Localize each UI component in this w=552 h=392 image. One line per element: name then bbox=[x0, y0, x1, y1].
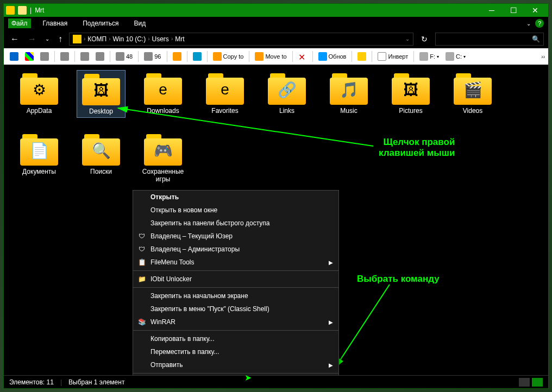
status-count: Элементов: 11 bbox=[9, 378, 54, 386]
tb-btn-3[interactable] bbox=[37, 50, 52, 62]
menu-share[interactable]: Поделиться bbox=[79, 18, 122, 28]
delete-icon: ✕ bbox=[298, 52, 307, 61]
breadcrumb-item[interactable]: Mrt bbox=[175, 35, 184, 43]
tb-btn-size96[interactable]: 96 bbox=[141, 50, 164, 62]
chevron-right-icon[interactable]: › bbox=[109, 36, 110, 42]
context-menu-label: Закрепить на начальном экране bbox=[150, 292, 248, 300]
folder-item[interactable]: 🔍 Поиски bbox=[77, 131, 126, 185]
folder-label: Документы bbox=[22, 168, 56, 175]
forward-button[interactable]: → bbox=[26, 34, 39, 44]
breadcrumb[interactable]: › КОМП › Win 10 (C:) › Users › Mrt ⌄ bbox=[69, 33, 413, 46]
titlebar[interactable]: | Mrt ─ ☐ ✕ bbox=[4, 4, 548, 17]
folder-item[interactable]: 🎵 Music bbox=[324, 70, 373, 118]
menu-file[interactable]: Файл bbox=[8, 18, 31, 28]
tb-btn-size48[interactable]: 48 bbox=[113, 50, 135, 62]
folder-label: Pictures bbox=[399, 107, 422, 115]
context-menu-item[interactable]: 🛡Владелец – Текущий Юзер bbox=[133, 230, 338, 243]
toolbar-separator bbox=[312, 51, 313, 62]
toolbar-separator bbox=[292, 51, 293, 62]
tb-btn-details[interactable] bbox=[93, 50, 107, 62]
drive-c-button[interactable]: C:▾ bbox=[443, 50, 468, 62]
content-area[interactable]: ⚙ AppData 🖼 Desktop e Downloads e Favori… bbox=[4, 65, 548, 375]
tb-btn-6[interactable] bbox=[190, 50, 204, 62]
context-menu-item[interactable]: 🛡Владелец – Администраторы bbox=[133, 243, 338, 256]
tb-btn-1[interactable] bbox=[7, 50, 21, 62]
ribbon-dropdown-icon[interactable]: ⌄ bbox=[526, 21, 531, 27]
chevron-right-icon[interactable]: › bbox=[171, 36, 173, 42]
icons-view-button[interactable] bbox=[532, 378, 543, 387]
context-menu-item[interactable]: Отправить▶ bbox=[133, 358, 338, 371]
search-icon: 🔍 bbox=[532, 35, 540, 43]
folder-icon: 🖼 bbox=[82, 73, 120, 105]
context-menu-item[interactable]: Закрепить на панели быстрого доступа bbox=[133, 217, 338, 230]
menu-home[interactable]: Главная bbox=[40, 18, 71, 28]
folder-item[interactable]: 🖼 Pictures bbox=[386, 70, 435, 118]
folder-item[interactable]: 🖼 Desktop bbox=[77, 70, 126, 118]
minimize-button[interactable]: ─ bbox=[481, 4, 503, 17]
folder-item[interactable]: 🔗 Links bbox=[262, 70, 311, 118]
menu-view[interactable]: Вид bbox=[130, 18, 149, 28]
context-menu-label: Открыть bbox=[150, 193, 179, 201]
folder-icon: 📄 bbox=[20, 133, 58, 166]
context-menu-item[interactable]: Закрепить на начальном экране bbox=[133, 289, 338, 302]
refresh-button[interactable]: ↻ bbox=[418, 35, 431, 43]
copy-icon bbox=[213, 52, 222, 61]
breadcrumb-dropdown-icon[interactable]: ⌄ bbox=[405, 36, 410, 42]
folder-icon: 🎵 bbox=[330, 72, 368, 105]
tb-btn-2[interactable] bbox=[22, 50, 36, 62]
folder-icon bbox=[18, 6, 27, 15]
tb-btn-4[interactable] bbox=[58, 50, 72, 62]
context-menu-item[interactable]: 📚WinRAR▶ bbox=[133, 315, 338, 328]
tb-label: F: bbox=[430, 53, 435, 60]
context-menu-item[interactable]: Переместить в папку... bbox=[133, 345, 338, 358]
maximize-button[interactable]: ☐ bbox=[503, 4, 524, 17]
context-menu-label: WinRAR bbox=[150, 318, 175, 326]
drive-f-button[interactable]: F:▾ bbox=[417, 50, 442, 62]
annotation-right-click: Щелчок правой клавишей мыши bbox=[379, 137, 455, 159]
chevron-right-icon[interactable]: › bbox=[84, 36, 85, 42]
arrow-icon bbox=[193, 52, 202, 61]
folder-icon: 🎬 bbox=[454, 72, 492, 105]
doc-icon bbox=[378, 52, 386, 61]
folder-item[interactable]: e Favorites bbox=[200, 70, 249, 118]
close-button[interactable]: ✕ bbox=[524, 4, 546, 17]
move-to-button[interactable]: Move to bbox=[252, 50, 289, 62]
breadcrumb-item[interactable]: КОМП bbox=[87, 35, 106, 43]
navbar: ← → ⌄ ↑ › КОМП › Win 10 (C:) › Users › M… bbox=[4, 30, 548, 48]
context-menu-item[interactable]: Открыть bbox=[133, 191, 338, 204]
tb-btn-bulb[interactable] bbox=[355, 50, 369, 62]
folder-icon: e bbox=[206, 72, 244, 105]
folder-item[interactable]: 📄 Документы bbox=[15, 131, 64, 185]
chevron-right-icon[interactable]: › bbox=[148, 36, 149, 42]
breadcrumb-item[interactable]: Users bbox=[152, 35, 169, 43]
search-input[interactable]: 🔍 bbox=[435, 33, 544, 46]
delete-button[interactable]: ✕ bbox=[296, 50, 310, 62]
context-menu-label: Открыть в новом окне bbox=[150, 206, 217, 214]
context-menu-item[interactable]: Открыть в новом окне bbox=[133, 204, 338, 217]
context-menu-item[interactable]: 📁IObit Unlocker bbox=[133, 273, 338, 286]
copy-to-button[interactable]: Copy to bbox=[210, 50, 247, 62]
refresh-toolbar-button[interactable]: Обнов bbox=[316, 50, 349, 62]
submenu-arrow-icon: ▶ bbox=[329, 260, 333, 265]
details-view-button[interactable] bbox=[519, 378, 530, 387]
tb-btn-5[interactable] bbox=[170, 50, 184, 62]
context-menu-item[interactable]: 📋FileMenu Tools▶ bbox=[133, 256, 338, 269]
help-icon[interactable]: ? bbox=[535, 19, 544, 28]
context-menu-item[interactable]: Закрепить в меню "Пуск" (Classic Shell) bbox=[133, 302, 338, 315]
toolbar-overflow-icon[interactable]: ›› bbox=[541, 54, 545, 60]
toolbar-icon bbox=[173, 52, 181, 61]
breadcrumb-item[interactable]: Win 10 (C:) bbox=[113, 35, 146, 43]
folder-item[interactable]: 🎬 Videos bbox=[448, 70, 497, 118]
grid-icon bbox=[144, 52, 153, 61]
context-menu-item[interactable]: Копировать в папку... bbox=[133, 332, 338, 345]
back-button[interactable]: ← bbox=[8, 34, 21, 44]
recent-dropdown-icon[interactable]: ⌄ bbox=[43, 36, 52, 42]
up-button[interactable]: ↑ bbox=[56, 34, 65, 44]
breadcrumb-icon bbox=[73, 35, 81, 43]
folder-item[interactable]: 🎮 Сохраненные игры bbox=[139, 131, 187, 185]
tb-btn-list[interactable] bbox=[78, 50, 92, 62]
invert-button[interactable]: Инверт bbox=[375, 50, 411, 62]
folder-item[interactable]: e Downloads bbox=[139, 70, 187, 118]
folder-icon: ⚙ bbox=[20, 72, 58, 105]
folder-item[interactable]: ⚙ AppData bbox=[15, 70, 64, 118]
